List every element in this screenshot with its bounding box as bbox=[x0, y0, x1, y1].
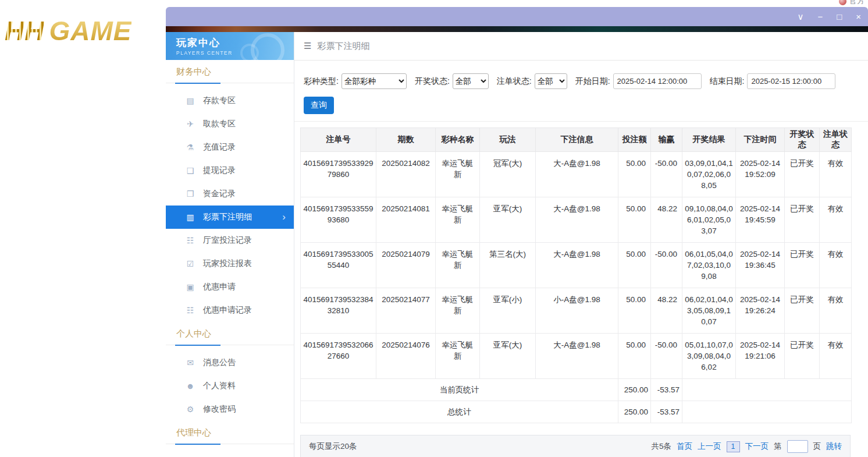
page-jump-input[interactable] bbox=[787, 440, 808, 453]
prev-page-link[interactable]: 上一页 bbox=[698, 441, 721, 452]
cell-winloss: -50.00 bbox=[651, 243, 682, 288]
draw-status-select[interactable]: 全部 bbox=[453, 73, 489, 89]
sidebar-item-hall-bet-records[interactable]: ☷ 厅室投注记录 bbox=[166, 229, 294, 252]
cell-bet-time: 2025-02-14 19:36:45 bbox=[736, 243, 785, 288]
cell-bet-no: 401569173953300555440 bbox=[301, 243, 376, 288]
cell-amount: 50.00 bbox=[618, 197, 651, 243]
promo-apply-records-icon: ☷ bbox=[186, 306, 195, 315]
filter-panel: 彩种类型: 全部彩种 开奖状态: 全部 注单状态: 全部 开始日期: 结束日期: bbox=[294, 61, 868, 122]
brand-logo-hh: HH bbox=[5, 15, 44, 47]
maximize-button[interactable]: □ bbox=[837, 12, 842, 21]
bet-status-label: 注单状态: bbox=[497, 76, 532, 87]
draw-status-label: 开奖状态: bbox=[415, 76, 450, 87]
cell-period: 20250214079 bbox=[376, 243, 436, 288]
cell-period: 20250214081 bbox=[376, 197, 436, 243]
sidebar-item-label: 优惠申请 bbox=[203, 282, 236, 292]
sidebar-item-announcements[interactable]: ✉ 消息公告 bbox=[166, 351, 294, 374]
sidebar-item-label: 厅室投注记录 bbox=[203, 235, 252, 246]
lottery-type-select[interactable]: 全部彩种 bbox=[341, 73, 407, 89]
sidebar-item-withdraw[interactable]: ✈ 取款专区 bbox=[166, 112, 294, 136]
cell-amount: 50.00 bbox=[618, 288, 651, 334]
col-winloss: 输赢 bbox=[651, 128, 682, 152]
sidebar-item-deposit[interactable]: ▤ 存款专区 bbox=[166, 89, 294, 112]
start-date-input[interactable] bbox=[613, 73, 702, 89]
sidebar-item-label: 存款专区 bbox=[203, 95, 236, 106]
cell-bet-time: 2025-02-14 19:45:59 bbox=[736, 197, 785, 243]
cell-bet-info: 大-A盘@1.98 bbox=[536, 243, 618, 288]
cell-lottery: 幸运飞艇新 bbox=[436, 334, 480, 379]
cell-amount: 50.00 bbox=[618, 243, 651, 288]
total-count-label: 共5条 bbox=[651, 441, 671, 452]
window-titlebar: ∨ − □ × bbox=[166, 7, 868, 26]
page-prefix-label: 第 bbox=[774, 441, 782, 452]
query-button[interactable]: 查询 bbox=[304, 97, 334, 114]
user-icon: ☻ bbox=[186, 381, 195, 391]
page-summary-label: 当前页统计 bbox=[301, 379, 618, 401]
sidebar-item-change-password[interactable]: ⚙ 修改密码 bbox=[166, 398, 294, 421]
brand-logo-game: GAME bbox=[49, 15, 131, 47]
cell-bet-info: 大-A盘@1.98 bbox=[536, 197, 618, 243]
sidebar-item-promo-apply[interactable]: ▣ 优惠申请 bbox=[166, 275, 294, 299]
sidebar-header: 玩家中心 PLAYERS CENTER bbox=[166, 32, 294, 60]
col-bet-no: 注单号 bbox=[301, 128, 376, 152]
promo-apply-icon: ▣ bbox=[186, 282, 195, 292]
cell-bet-time: 2025-02-14 19:52:09 bbox=[736, 152, 785, 197]
col-lottery-name: 彩种名称 bbox=[436, 128, 480, 152]
cell-period: 20250214082 bbox=[376, 152, 436, 197]
sidebar-item-player-bet-report[interactable]: ☑ 玩家投注报表 bbox=[166, 252, 294, 275]
sidebar-item-recharge-records[interactable]: ⚗ 充值记录 bbox=[166, 136, 294, 159]
lottery-bet-details-icon: ▥ bbox=[186, 212, 195, 222]
cell-winloss: 48.22 bbox=[651, 288, 682, 334]
current-page-badge[interactable]: 1 bbox=[727, 441, 740, 452]
top-right-partial-label: 官方 bbox=[849, 0, 865, 6]
cell-draw-status: 已开奖 bbox=[785, 243, 820, 288]
sidebar-item-withdrawal-records[interactable]: ❑ 提现记录 bbox=[166, 159, 294, 182]
main-content: ☰ 彩票下注明细 彩种类型: 全部彩种 开奖状态: 全部 注单状态: 全部 bbox=[294, 32, 868, 457]
cell-result: 05,01,10,07,03,09,08,04,06,02 bbox=[682, 334, 736, 379]
total-summary-amount: 250.00 bbox=[618, 401, 651, 423]
end-date-input[interactable] bbox=[747, 73, 835, 89]
page-summary-empty bbox=[682, 379, 852, 401]
recharge-records-icon: ⚗ bbox=[186, 143, 195, 152]
total-summary-empty bbox=[682, 401, 852, 423]
col-play: 玩法 bbox=[480, 128, 536, 152]
chevron-down-icon[interactable]: ∨ bbox=[797, 12, 803, 21]
finance-menu: ▤ 存款专区 ✈ 取款专区 ⚗ 充值记录 ❑ 提现记录 ❒ 资金记录 bbox=[166, 83, 294, 322]
cell-bet-status: 有效 bbox=[820, 288, 852, 334]
chevron-right-icon: › bbox=[282, 211, 286, 223]
table-row: 401569173953238432810 20250214077 幸运飞艇新 … bbox=[301, 288, 852, 334]
sidebar-item-lottery-bet-details[interactable]: ▥ 彩票下注明细 › bbox=[166, 206, 294, 229]
minimize-button[interactable]: − bbox=[817, 12, 823, 21]
per-page-label: 每页显示20条 bbox=[309, 441, 357, 452]
cell-bet-no: 401569173953206627660 bbox=[301, 334, 376, 379]
sidebar-item-fund-records[interactable]: ❒ 资金记录 bbox=[166, 182, 294, 206]
sidebar-item-label: 个人资料 bbox=[203, 381, 236, 391]
jump-link[interactable]: 跳转 bbox=[826, 441, 842, 452]
cell-result: 09,10,08,04,06,01,02,05,03,07 bbox=[682, 197, 736, 243]
cell-bet-time: 2025-02-14 19:21:06 bbox=[736, 334, 785, 379]
sidebar-item-profile[interactable]: ☻ 个人资料 bbox=[166, 374, 294, 398]
cell-draw-status: 已开奖 bbox=[785, 197, 820, 243]
col-amount: 投注额 bbox=[618, 128, 651, 152]
sidebar-item-promo-apply-records[interactable]: ☷ 优惠申请记录 bbox=[166, 299, 294, 322]
sidebar-item-label: 消息公告 bbox=[203, 357, 236, 368]
cell-bet-status: 有效 bbox=[820, 197, 852, 243]
personal-menu: ✉ 消息公告 ☻ 个人资料 ⚙ 修改密码 bbox=[166, 345, 294, 421]
pagination-bar: 每页显示20条 共5条 首页 上一页 1 下一页 第 页 跳转 bbox=[300, 435, 851, 457]
filter-row: 彩种类型: 全部彩种 开奖状态: 全部 注单状态: 全部 开始日期: 结束日期: bbox=[304, 73, 859, 89]
bet-status-select[interactable]: 全部 bbox=[535, 73, 567, 89]
first-page-link[interactable]: 首页 bbox=[677, 441, 692, 452]
close-button[interactable]: × bbox=[856, 12, 861, 21]
cell-result: 03,09,01,04,10,07,02,06,08,05 bbox=[682, 152, 736, 197]
deposit-icon: ▤ bbox=[186, 96, 195, 105]
sidebar: 玩家中心 PLAYERS CENTER 财务中心 ▤ 存款专区 ✈ 取款专区 ⚗… bbox=[166, 32, 294, 457]
page-suffix-label: 页 bbox=[813, 441, 821, 452]
player-bet-report-icon: ☑ bbox=[186, 259, 195, 268]
section-title-personal: 个人中心 bbox=[166, 322, 294, 345]
cell-bet-status: 有效 bbox=[820, 152, 852, 197]
bets-table: 注单号 期数 彩种名称 玩法 下注信息 投注额 输赢 开奖结果 下注时间 开奖状… bbox=[300, 127, 852, 423]
hamburger-menu-icon[interactable]: ☰ bbox=[304, 41, 311, 51]
gear-icon: ⚙ bbox=[186, 405, 195, 414]
next-page-link[interactable]: 下一页 bbox=[745, 441, 769, 452]
table-row: 401569173953206627660 20250214076 幸运飞艇新 … bbox=[301, 334, 852, 379]
